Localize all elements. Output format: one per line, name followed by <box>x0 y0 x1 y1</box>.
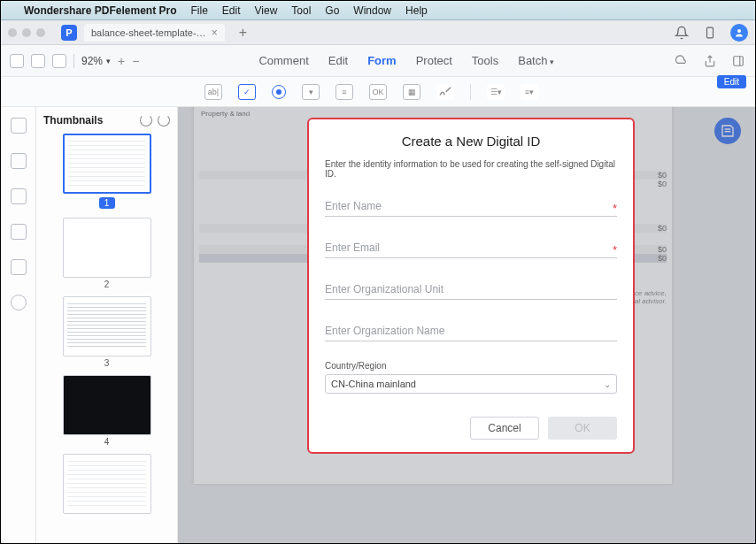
tab-bar: P balance-sheet-template-… × + <box>1 20 755 45</box>
svg-point-2 <box>737 29 741 33</box>
listbox-tool-icon[interactable]: ≡ <box>336 84 353 100</box>
menu-edit[interactable]: Edit <box>222 4 241 17</box>
ok-button[interactable]: OK <box>548 417 617 440</box>
thumbnails-panel: Thumbnails 1 2 3 4 <box>36 107 178 543</box>
main-toolbar: 92% ▾ + − Comment Edit Form Protect Tool… <box>1 45 755 77</box>
bookmark-icon[interactable] <box>11 188 27 204</box>
menu-go[interactable]: Go <box>325 4 339 17</box>
left-rail <box>1 107 36 543</box>
document-tab[interactable]: balance-sheet-template-… × <box>84 24 225 42</box>
radio-tool-icon[interactable] <box>272 85 286 99</box>
grid-view-icon[interactable] <box>31 54 45 68</box>
tab-tools[interactable]: Tools <box>472 54 498 67</box>
country-region-label: Country/Region <box>325 361 617 371</box>
menu-window[interactable]: Window <box>353 4 391 17</box>
svg-rect-0 <box>707 27 714 38</box>
chevron-down-icon: ⌄ <box>604 379 611 389</box>
thumbnail-page-1[interactable] <box>63 134 151 194</box>
menu-view[interactable]: View <box>255 4 278 17</box>
cloud-icon[interactable] <box>674 53 690 69</box>
page-number-1: 1 <box>99 197 115 209</box>
button-tool-icon[interactable]: OK <box>369 84 387 100</box>
panel-icon[interactable] <box>730 53 746 69</box>
checkbox-tool-icon[interactable]: ✓ <box>238 84 256 100</box>
comment-panel-icon[interactable] <box>11 153 27 169</box>
create-digital-id-dialog: Create a New Digital ID Enter the identi… <box>307 118 635 454</box>
thumbnails-title: Thumbnails <box>43 114 103 126</box>
signature-tool-icon[interactable] <box>436 84 454 100</box>
separator <box>470 84 471 100</box>
page-number-2: 2 <box>43 280 170 289</box>
share-icon[interactable] <box>702 53 718 69</box>
dialog-title: Create a New Digital ID <box>325 134 617 149</box>
thumbnail-page-5[interactable] <box>63 454 151 514</box>
organization-name-input[interactable] <box>325 319 617 341</box>
cancel-button[interactable]: Cancel <box>470 417 539 440</box>
document-canvas[interactable]: Leasehold Property & land $0$0 $0$0 $0$0… <box>178 107 755 543</box>
attachment-icon[interactable] <box>11 259 27 275</box>
modal-overlay: Create a New Digital ID Enter the identi… <box>178 107 755 543</box>
list-view-icon[interactable] <box>52 54 66 68</box>
thumbnail-page-2[interactable] <box>63 218 151 278</box>
thumbnail-page-4[interactable] <box>63 375 151 435</box>
menu-help[interactable]: Help <box>405 4 428 17</box>
thumbnail-page-3[interactable] <box>63 296 151 356</box>
edit-mode-badge[interactable]: Edit <box>717 75 746 88</box>
form-toolbar: ab| ✓ ▾ ≡ OK ▦ ☰▾ ≡▾ <box>1 77 755 107</box>
zoom-selector[interactable]: 92% ▾ <box>81 55 111 67</box>
chevron-down-icon: ▾ <box>106 57 111 65</box>
main-area: Thumbnails 1 2 3 4 Leasehold Property & … <box>1 107 755 543</box>
svg-rect-4 <box>734 56 744 65</box>
page-number-4: 4 <box>43 437 170 447</box>
close-window-icon[interactable] <box>8 28 17 37</box>
zoom-value: 92% <box>81 55 103 67</box>
device-icon[interactable] <box>702 25 718 41</box>
zoom-window-icon[interactable] <box>36 28 45 37</box>
page-icon[interactable] <box>11 118 27 134</box>
rotate-left-icon[interactable] <box>140 114 152 126</box>
window-controls <box>8 28 45 37</box>
country-region-value: CN-China mainland <box>331 379 416 389</box>
macos-menubar: Wondershare PDFelement Pro File Edit Vie… <box>1 1 755 20</box>
search-icon[interactable] <box>11 295 27 310</box>
email-input[interactable] <box>325 236 617 258</box>
rotate-right-icon[interactable] <box>158 114 170 126</box>
tab-comment[interactable]: Comment <box>258 54 308 67</box>
app-name[interactable]: Wondershare PDFelement Pro <box>24 4 177 17</box>
close-tab-icon[interactable]: × <box>212 27 218 39</box>
zoom-in-button[interactable]: + <box>118 54 125 68</box>
tab-edit[interactable]: Edit <box>328 54 348 67</box>
tab-form[interactable]: Form <box>367 54 397 67</box>
dialog-hint: Enter the identity information to be use… <box>325 159 617 179</box>
tab-batch[interactable]: Batch ▾ <box>518 54 554 67</box>
organizational-unit-input[interactable] <box>325 278 617 300</box>
menu-file[interactable]: File <box>191 4 208 17</box>
user-avatar[interactable] <box>730 24 748 42</box>
app-icon: P <box>61 25 77 41</box>
country-region-select[interactable]: CN-China mainland ⌄ <box>325 374 617 394</box>
layers-icon[interactable] <box>11 224 27 240</box>
date-tool-icon[interactable]: ▦ <box>403 84 420 100</box>
tab-title: balance-sheet-template-… <box>91 27 206 38</box>
tab-protect[interactable]: Protect <box>416 54 452 67</box>
textfield-tool-icon[interactable]: ab| <box>204 84 222 100</box>
more-tool-icon[interactable]: ≡▾ <box>521 84 538 100</box>
sidebar-toggle-icon[interactable] <box>10 54 24 68</box>
zoom-out-button[interactable]: − <box>132 54 139 68</box>
new-tab-button[interactable]: + <box>232 25 254 41</box>
bell-icon[interactable] <box>674 25 690 41</box>
name-input[interactable] <box>325 195 617 217</box>
required-icon: * <box>613 243 617 257</box>
required-icon: * <box>613 202 617 215</box>
combobox-tool-icon[interactable]: ▾ <box>302 84 320 100</box>
align-tool-icon[interactable]: ☰▾ <box>487 84 505 100</box>
page-number-3: 3 <box>43 358 170 368</box>
menu-tool[interactable]: Tool <box>291 4 311 17</box>
minimize-window-icon[interactable] <box>22 28 31 37</box>
